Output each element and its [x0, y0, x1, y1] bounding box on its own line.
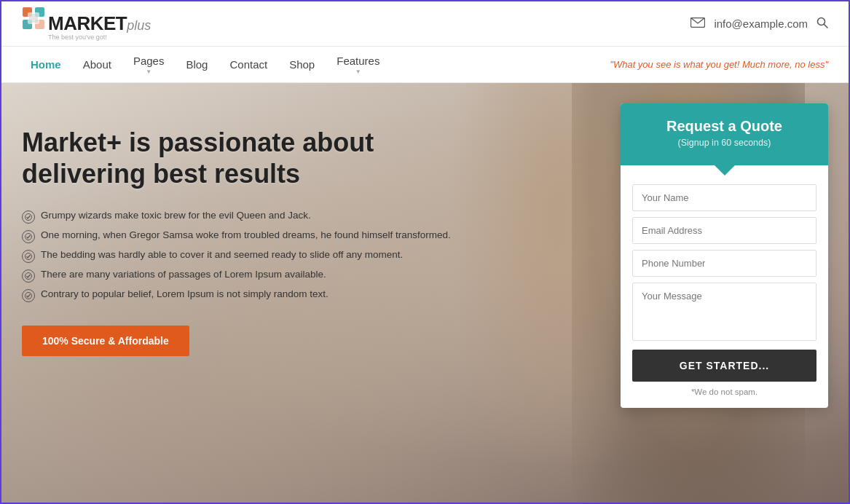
pages-arrow-icon: ▼	[146, 68, 151, 75]
quote-header-arrow	[715, 165, 735, 176]
check-icon	[22, 230, 35, 243]
nav-item-contact[interactable]: Contact	[221, 54, 276, 75]
quote-message-input[interactable]	[632, 283, 816, 341]
features-arrow-icon: ▼	[355, 68, 361, 75]
nav-item-features[interactable]: Features ▼	[328, 50, 388, 79]
quote-nospam-text: *We do not spam.	[632, 387, 816, 396]
quote-phone-input[interactable]	[632, 250, 816, 277]
nav-link-about[interactable]: About	[74, 54, 120, 75]
hero-section: Market+ is passionate about delivering b…	[1, 83, 849, 504]
nav-links: Home About Pages ▼ Blog Contact	[22, 50, 388, 79]
email-text: info@example.com	[714, 17, 808, 30]
nav-item-home[interactable]: Home	[22, 54, 70, 75]
list-item: There are many variations of passages of…	[22, 269, 488, 283]
hero-bullet-list: Grumpy wizards make toxic brew for the e…	[22, 210, 488, 302]
nav-link-features[interactable]: Features ▼	[328, 50, 388, 79]
nav-link-blog[interactable]: Blog	[177, 54, 216, 75]
check-icon	[22, 250, 35, 263]
nav-link-contact[interactable]: Contact	[221, 54, 276, 75]
svg-line-8	[825, 24, 828, 28]
nav-item-blog[interactable]: Blog	[177, 54, 216, 75]
quote-header: Request a Quote (Signup in 60 seconds)	[621, 103, 828, 165]
list-item: Contrary to popular belief, Lorem Ipsum …	[22, 288, 488, 302]
mail-icon	[690, 17, 705, 30]
quote-form-container: Request a Quote (Signup in 60 seconds) G…	[621, 103, 828, 408]
quote-form-title: Request a Quote	[632, 118, 816, 135]
quote-email-input[interactable]	[632, 217, 816, 244]
quote-form-body: GET STARTED... *We do not spam.	[621, 176, 828, 408]
list-item: The bedding was hardly able to cover it …	[22, 249, 488, 263]
nav-item-shop[interactable]: Shop	[280, 54, 323, 75]
nav-bar: Home About Pages ▼ Blog Contact	[1, 47, 849, 83]
logo-market-text: MARKET	[48, 12, 127, 35]
svg-rect-5	[29, 14, 38, 23]
list-item: Grumpy wizards make toxic brew for the e…	[22, 210, 488, 224]
quote-submit-button[interactable]: GET STARTED...	[632, 350, 816, 382]
hero-cta-button[interactable]: 100% Secure & Affordable	[22, 326, 189, 356]
quote-name-input[interactable]	[632, 184, 816, 211]
hero-title: Market+ is passionate about delivering b…	[22, 127, 488, 189]
nav-link-home[interactable]: Home	[22, 54, 70, 75]
search-button[interactable]	[816, 17, 828, 31]
check-icon	[22, 210, 35, 224]
nav-tagline: "What you see is what you get! Much more…	[610, 59, 828, 70]
check-icon	[22, 289, 35, 302]
top-right-area: info@example.com	[690, 17, 828, 31]
list-item: One morning, when Gregor Samsa woke from…	[22, 229, 488, 243]
nav-item-pages[interactable]: Pages ▼	[125, 50, 173, 79]
quote-form-subtitle: (Signup in 60 seconds)	[632, 138, 816, 148]
logo-plus-text: plus	[127, 18, 151, 34]
logo-tagline: The best you've got!	[48, 34, 151, 41]
check-icon	[22, 269, 35, 283]
top-bar: MARKETplus The best you've got! info@exa…	[1, 1, 849, 47]
logo-area: MARKETplus The best you've got!	[22, 7, 151, 41]
nav-link-shop[interactable]: Shop	[280, 54, 323, 75]
nav-item-about[interactable]: About	[74, 54, 120, 75]
logo-icon	[22, 7, 45, 30]
hero-content: Market+ is passionate about delivering b…	[22, 127, 488, 356]
nav-link-pages[interactable]: Pages ▼	[125, 50, 173, 79]
